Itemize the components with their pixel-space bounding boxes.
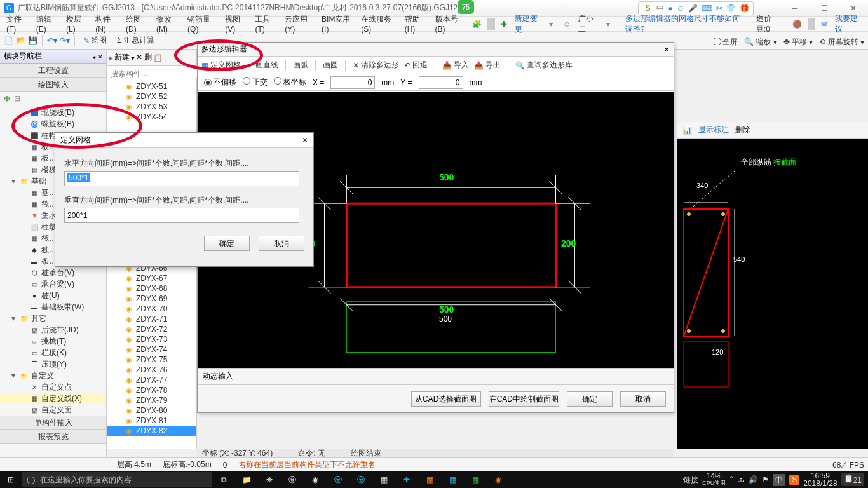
tray-vol-icon[interactable]: 🔊 [749,475,758,484]
ime-lang[interactable]: 中 [656,3,664,14]
define-grid-btn[interactable]: ▦定义网格 [201,60,241,71]
open-icon[interactable]: 📂 [16,36,25,45]
ime-mic[interactable]: 🎤 [688,4,698,13]
pe-cancel-btn[interactable]: 取消 [620,391,666,407]
chrome-icon[interactable]: ◉ [304,471,327,488]
ime-kb[interactable]: ⌨ [702,4,712,13]
list-item[interactable]: ◉ZDYX-74 [107,344,196,355]
query-lib-btn[interactable]: 🔍 查询多边形库 [515,60,573,71]
tray-net-icon[interactable]: 🖧 [737,475,745,484]
pe-close-icon[interactable]: ✕ [663,45,670,54]
save-icon[interactable]: 💾 [28,36,37,45]
list-item[interactable]: ◉ZDYX-53 [107,102,196,112]
menu-file[interactable]: 文件(F) [3,12,32,36]
menu-draw[interactable]: 绘图(D) [122,12,153,36]
dlg-close-icon[interactable]: ✕ [302,136,308,145]
menu-help[interactable]: 帮助(H) [401,12,431,36]
dlg-title-bar[interactable]: 定义网格 ✕ [55,133,313,148]
app-icon-2[interactable]: ▦ [372,471,395,488]
tree-item[interactable]: ▨后浇带(JD) [0,324,106,336]
export-btn[interactable]: 📤 导出 [474,60,501,71]
copy-icon[interactable]: 📋 [153,53,163,62]
ime-scissor[interactable]: ✂ [716,4,722,13]
tree-item[interactable]: ▬基础板带(W) [0,301,106,313]
app-icon-1[interactable]: ❋ [258,471,281,488]
nav-report[interactable]: 报表预览 [0,430,106,444]
notification-icon[interactable]: 📋21 [841,473,864,485]
menu-rebar[interactable]: 钢筋量(Q) [184,12,221,36]
delete-button[interactable]: ✕ 删 [136,52,152,63]
list-item[interactable]: ◉ZDYX-75 [107,355,196,365]
list-item[interactable]: ◉ZDYX-54 [107,112,196,122]
menu-version[interactable]: 版本号(B) [431,12,468,36]
list-item[interactable]: ◉ZDYX-69 [107,294,196,304]
nav-single-input[interactable]: 单构件输入 [0,416,106,430]
new-icon[interactable]: 📄 [4,36,13,45]
list-item[interactable]: ◉ZDYX-52 [107,92,196,102]
menu-modify[interactable]: 修改(M) [153,12,184,36]
tree-item[interactable]: ⬡桩承台(V) [0,267,106,278]
menu-bim[interactable]: BIM应用(I) [318,12,357,36]
app-icon-5[interactable]: ▦ [441,471,464,488]
section-canvas[interactable]: 全部纵筋 按截面 340 540 120 [677,122,868,449]
tree-item[interactable]: 🌀螺旋板(B) [0,118,106,130]
menu-cloud[interactable]: 云应用(Y) [281,12,318,36]
list-item[interactable]: ◉ZDYX-81 [107,416,196,426]
undo-icon[interactable]: ↶▾ [47,36,57,45]
v-spacing-input[interactable] [64,208,299,223]
close-button[interactable]: ✕ [839,0,868,17]
draw-circle-btn[interactable]: 画圆 [323,60,338,71]
dlg-ok-btn[interactable]: 确定 [204,236,250,251]
menu-edit[interactable]: 编辑(E) [32,12,62,36]
menu-tools[interactable]: 工具(T) [251,12,281,36]
app-icon-4[interactable]: ▦ [418,471,441,488]
username[interactable]: 广小二 [574,11,602,37]
list-item[interactable]: ◉ZDYX-77 [107,375,196,385]
tree-item[interactable]: ▱挑檐(T) [0,336,106,347]
list-item[interactable]: ◉ZDYX-72 [107,324,196,334]
fullscreen-btn[interactable]: ⛶ 全屏 [713,37,738,48]
dlg-cancel-btn[interactable]: 取消 [259,236,304,251]
tree-item[interactable]: ▔压顶(Y) [0,358,106,370]
tree-item[interactable]: 🟦现浇板(B) [0,107,106,118]
opt-nooffset[interactable]: 不偏移 [204,77,236,88]
list-item[interactable]: ◉ZDYX-70 [107,304,196,314]
expand-all-icon[interactable]: ⊕ [4,94,10,103]
explorer-icon[interactable]: 📁 [235,471,258,488]
task-view-icon[interactable]: ⧉ [212,471,235,488]
collapse-all-icon[interactable]: ⊟ [14,94,20,103]
ime-punct[interactable]: ● [668,4,672,13]
list-item[interactable]: ◉ZDYX-71 [107,314,196,324]
nav-sec-project[interactable]: 工程设置 [0,64,106,78]
tree-item[interactable]: ▭承台梁(V) [0,278,106,290]
pan-btn[interactable]: ✥ 平移 ▾ [783,37,813,48]
nav-sec-draw[interactable]: 绘图输入 [0,78,106,92]
list-item[interactable]: ◉ZDYX-80 [107,405,196,416]
search-input[interactable] [107,69,210,78]
list-item[interactable]: ◉ZDYX-79 [107,395,196,405]
pe-title-bar[interactable]: 多边形编辑器 ✕ [198,43,674,57]
draw-mode[interactable]: ✎绘图 [79,34,111,47]
opt-polar[interactable]: 极坐标 [274,77,306,88]
import-btn[interactable]: 📥 导入 [442,60,469,71]
app-icon-7[interactable]: ◉ [487,471,510,488]
sogou-ime-bar[interactable]: S 中 ● ☺ 🎤 ⌨ ✂ 👕 🎁 [638,1,754,15]
new-button[interactable]: 新建 [114,52,130,63]
list-item[interactable]: ◉ZDYX-82 [107,426,196,436]
tree-item[interactable]: ▾📁自定义 [0,370,106,381]
menu-component[interactable]: 构件(N) [92,12,122,36]
minimize-button[interactable]: ─ [780,0,810,17]
x-input[interactable] [330,76,375,89]
clock[interactable]: 16:592018/1/28 [803,472,837,487]
tree-item[interactable]: ▨自定义面 [0,404,106,416]
sogou-tray-icon[interactable]: S [789,475,799,485]
ime-emoji[interactable]: ☺ [677,4,684,13]
tree-item[interactable]: ▭栏板(K) [0,347,106,358]
list-item[interactable]: ◉ZDYX-51 [107,81,196,92]
ime-skin[interactable]: 👕 [726,4,736,13]
y-input[interactable] [419,76,463,89]
menu-floor[interactable]: 楼层(L) [62,12,92,36]
ime-gift[interactable]: 🎁 [740,4,749,13]
app-icon-6[interactable]: ▦ [464,471,487,488]
tray-up-icon[interactable]: ˄ [729,475,733,484]
